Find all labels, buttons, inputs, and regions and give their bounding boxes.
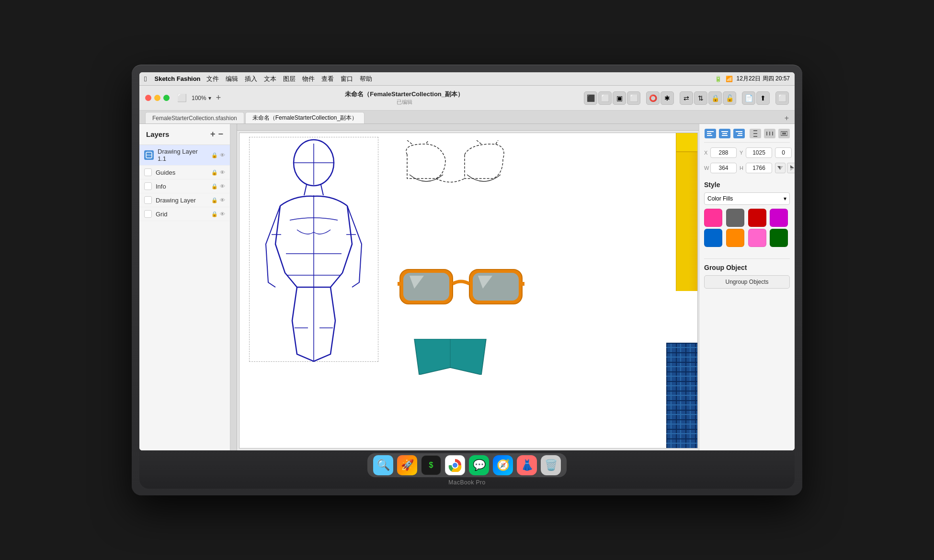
distribute-h-icon[interactable] <box>764 129 775 138</box>
tool-shape-2[interactable]: ✱ <box>661 91 674 105</box>
sidebar-toggle-icon[interactable]: ⬜ <box>177 93 187 102</box>
y-input[interactable] <box>746 147 772 158</box>
menu-insert[interactable]: 插入 <box>245 75 257 83</box>
layer-name-4: Grid <box>156 211 207 218</box>
dock-chrome[interactable] <box>445 455 465 475</box>
h-input[interactable] <box>746 163 772 173</box>
layer-checkbox-2[interactable] <box>144 182 152 190</box>
tool-arrange-2[interactable]: ⬜ <box>598 91 612 105</box>
tool-share[interactable]: ⬆ <box>756 91 770 105</box>
layer-lock-2[interactable]: 🔒 <box>211 183 218 190</box>
layer-name-3: Drawing Layer <box>156 197 207 204</box>
dock-wechat[interactable]: 💬 <box>469 455 489 475</box>
x-input[interactable] <box>710 147 737 158</box>
layer-lock-0[interactable]: 🔒 <box>211 152 218 158</box>
layer-eye-2[interactable]: 👁 <box>220 183 225 190</box>
flip-v-button[interactable] <box>787 163 795 173</box>
dock-finder[interactable]: 🔍 <box>373 455 393 475</box>
layer-eye-4[interactable]: 👁 <box>220 211 225 217</box>
tab-1[interactable]: FemaleStarterCollection.sfashion <box>145 112 244 123</box>
canvas[interactable] <box>239 133 698 448</box>
remove-layer-button[interactable]: − <box>218 129 223 139</box>
dock-sketch-fashion[interactable]: 👗 <box>517 455 537 475</box>
menu-view[interactable]: 查看 <box>321 75 334 83</box>
menu-window[interactable]: 窗口 <box>341 75 353 83</box>
layer-lock-3[interactable]: 🔒 <box>211 197 218 203</box>
color-swatch-lightpink[interactable] <box>748 229 766 247</box>
y-field: Y <box>740 147 772 158</box>
color-swatch-blue[interactable] <box>704 229 722 247</box>
dock-trash[interactable]: 🗑️ <box>541 455 561 475</box>
tab-2[interactable]: 未命名（FemaleStarterCollection_副本） <box>245 112 364 123</box>
w-input[interactable] <box>710 163 737 173</box>
document-status: 已编辑 <box>397 99 412 105</box>
toolbar-zoom: ⬜ 100% ▾ + <box>177 93 221 103</box>
apple-menu[interactable]:  <box>144 75 147 83</box>
tool-arrange-1[interactable]: ⬛ <box>584 91 597 105</box>
layer-item-3[interactable]: Drawing Layer 🔒 👁 <box>139 193 230 207</box>
svg-rect-36 <box>707 133 711 134</box>
svg-marker-55 <box>790 168 794 171</box>
layer-item-4[interactable]: Grid 🔒 👁 <box>139 207 230 221</box>
maximize-button[interactable] <box>163 95 170 101</box>
align-center-icon[interactable] <box>719 129 730 138</box>
tool-export[interactable]: 📄 <box>742 91 755 105</box>
menu-help[interactable]: 帮助 <box>360 75 372 83</box>
menu-layer[interactable]: 图层 <box>283 75 296 83</box>
app-name[interactable]: Sketch Fashion <box>154 75 200 82</box>
dock-launchpad[interactable]: 🚀 <box>397 455 417 475</box>
distribute-v-icon[interactable] <box>750 129 761 138</box>
color-swatch-gray[interactable] <box>726 209 744 227</box>
svg-rect-37 <box>707 135 712 136</box>
layer-lock-4[interactable]: 🔒 <box>211 211 218 217</box>
layer-item-2[interactable]: Info 🔒 👁 <box>139 179 230 193</box>
tool-group-2: ⭕ ✱ <box>646 91 674 105</box>
tool-transform-1[interactable]: ⇄ <box>680 91 693 105</box>
menu-edit[interactable]: 编辑 <box>226 75 238 83</box>
coord-row-xy: X Y <box>704 147 790 158</box>
zoom-level[interactable]: 100% <box>192 95 206 101</box>
close-button[interactable] <box>145 95 151 101</box>
layer-checkbox-3[interactable] <box>144 196 152 204</box>
distribute-even-icon[interactable] <box>778 129 790 138</box>
add-icon[interactable]: + <box>216 93 221 103</box>
tool-inspector[interactable]: ⬜ <box>775 91 789 105</box>
fill-type-dropdown[interactable]: Color Fills ▾ <box>704 192 790 205</box>
color-swatch-pink[interactable] <box>704 209 722 227</box>
tool-lock[interactable]: 🔒 <box>708 91 722 105</box>
align-right-icon[interactable] <box>733 129 745 138</box>
flip-h-button[interactable] <box>775 163 786 173</box>
ungroup-button[interactable]: Ungroup Objects <box>704 275 790 289</box>
layer-checkbox-4[interactable] <box>144 210 152 218</box>
color-swatch-red[interactable] <box>748 209 766 227</box>
tool-transform-2[interactable]: ⇅ <box>694 91 707 105</box>
canvas-area[interactable] <box>230 124 699 450</box>
layers-actions: + − <box>210 129 223 139</box>
layer-lock-1[interactable]: 🔒 <box>211 169 218 176</box>
layer-item-0[interactable]: Drawing Layer 1.1 🔒 👁 <box>139 145 230 166</box>
color-swatch-magenta[interactable] <box>770 209 788 227</box>
tool-shape-1[interactable]: ⭕ <box>646 91 660 105</box>
r-input[interactable] <box>775 147 792 158</box>
layer-eye-0[interactable]: 👁 <box>220 152 225 158</box>
menu-file[interactable]: 文件 <box>206 75 219 83</box>
h-label: H <box>740 165 744 171</box>
dock-terminal[interactable]: $ <box>421 455 441 475</box>
dock-safari[interactable]: 🧭 <box>493 455 513 475</box>
layer-item-1[interactable]: Guides 🔒 👁 <box>139 166 230 179</box>
minimize-button[interactable] <box>154 95 160 101</box>
layer-checkbox-1[interactable] <box>144 168 152 176</box>
tool-unlock[interactable]: 🔓 <box>723 91 736 105</box>
tool-arrange-3[interactable]: ▣ <box>613 91 626 105</box>
menu-text[interactable]: 文本 <box>264 75 276 83</box>
tool-arrange-4[interactable]: ⬜ <box>627 91 640 105</box>
zoom-dropdown-icon[interactable]: ▾ <box>208 95 211 101</box>
layer-eye-3[interactable]: 👁 <box>220 197 225 203</box>
add-layer-button[interactable]: + <box>210 129 216 139</box>
color-swatch-green[interactable] <box>770 229 788 247</box>
menu-object[interactable]: 物件 <box>302 75 315 83</box>
layer-eye-1[interactable]: 👁 <box>220 169 225 176</box>
color-swatch-orange[interactable] <box>726 229 744 247</box>
align-left-icon[interactable] <box>705 129 716 138</box>
tab-add-button[interactable]: + <box>785 114 789 123</box>
